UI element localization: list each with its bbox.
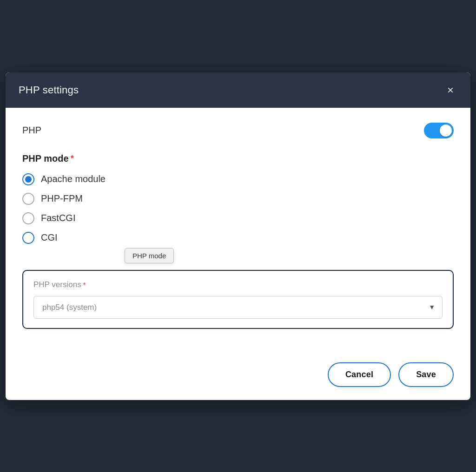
radio-label-cgi: CGI	[41, 232, 58, 243]
radio-circle-apache	[22, 173, 34, 185]
php-versions-section: PHP versions * php54 (system) php70 php7…	[22, 270, 454, 329]
php-versions-label: PHP versions *	[33, 280, 443, 289]
php-versions-select[interactable]: php54 (system) php70 php71 php72 php73 p…	[33, 296, 443, 319]
toggle-slider	[424, 123, 454, 138]
radio-label-fpm: PHP-FPM	[41, 193, 83, 204]
versions-required-star: *	[83, 281, 86, 288]
close-button[interactable]: ×	[443, 83, 457, 98]
php-mode-tooltip: PHP mode	[125, 248, 174, 263]
radio-option-apache-module[interactable]: Apache module	[22, 173, 454, 185]
radio-circle-cgi	[22, 232, 34, 244]
radio-option-php-fpm[interactable]: PHP-FPM	[22, 193, 454, 205]
radio-circle-fpm	[22, 193, 34, 205]
php-mode-section-title: PHP mode *	[22, 153, 454, 164]
required-star: *	[71, 154, 74, 164]
modal-header: PHP settings ×	[6, 72, 470, 108]
modal-title: PHP settings	[19, 84, 79, 96]
radio-circle-fastcgi	[22, 212, 34, 224]
modal-footer: Cancel Save	[6, 359, 470, 400]
php-settings-modal: PHP settings × PHP PHP mode *	[6, 72, 470, 400]
modal-overlay: PHP settings × PHP PHP mode *	[0, 0, 476, 472]
radio-label-fastcgi: FastCGI	[41, 213, 75, 223]
cgi-row-wrapper: CGI PHP mode	[22, 232, 454, 244]
radio-label-apache: Apache module	[41, 174, 106, 184]
radio-option-fastcgi[interactable]: FastCGI	[22, 212, 454, 224]
php-toggle-row: PHP	[22, 123, 454, 138]
php-mode-radio-group: Apache module PHP-FPM FastCGI CGI	[22, 173, 454, 244]
modal-body: PHP PHP mode * Apache module	[6, 108, 470, 359]
save-button[interactable]: Save	[398, 362, 454, 387]
php-versions-select-wrapper: php54 (system) php70 php71 php72 php73 p…	[33, 296, 443, 319]
radio-option-cgi[interactable]: CGI	[22, 232, 454, 244]
php-toggle-switch[interactable]	[424, 123, 454, 138]
php-label: PHP	[22, 125, 41, 136]
cancel-button[interactable]: Cancel	[328, 362, 391, 387]
tooltip-spacer	[22, 257, 454, 270]
